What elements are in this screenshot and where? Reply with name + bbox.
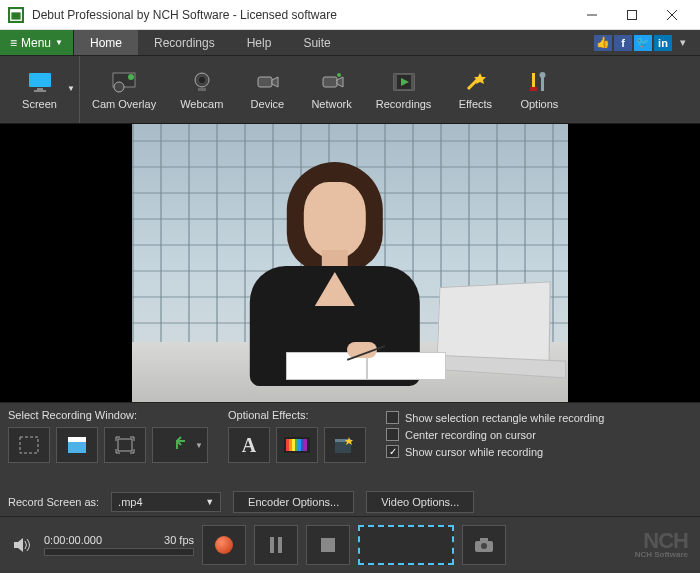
checkbox-icon <box>386 428 399 441</box>
toolbar-label: Recordings <box>376 98 432 110</box>
effects-icon <box>462 70 488 94</box>
recordings-icon <box>391 70 417 94</box>
app-icon <box>8 7 24 23</box>
toolbar-label: Network <box>311 98 351 110</box>
svg-point-19 <box>337 73 341 77</box>
pause-button[interactable] <box>254 525 298 565</box>
svg-marker-18 <box>337 77 343 87</box>
svg-rect-46 <box>270 537 274 553</box>
toolbar-recordings[interactable]: Recordings <box>364 56 444 123</box>
check-label: Show cursor while recording <box>405 446 543 458</box>
screen-icon <box>27 70 53 94</box>
check-show-cursor[interactable]: ✓ Show cursor while recording <box>386 445 604 458</box>
svg-point-13 <box>199 77 205 83</box>
check-label: Center recording on cursor <box>405 429 536 441</box>
svg-point-29 <box>540 72 546 78</box>
toolbar-cam-overlay[interactable]: Cam Overlay <box>80 56 168 123</box>
twitter-icon[interactable]: 🐦 <box>634 35 652 51</box>
toolbar-options[interactable]: Options <box>507 56 571 123</box>
options-icon <box>526 70 552 94</box>
svg-rect-47 <box>278 537 282 553</box>
svg-point-51 <box>481 543 487 549</box>
tab-home[interactable]: Home <box>74 30 138 55</box>
check-label: Show selection rectangle while recording <box>405 412 604 424</box>
svg-rect-39 <box>298 439 301 451</box>
svg-rect-22 <box>411 74 414 90</box>
toolbar-label: Screen <box>22 98 57 110</box>
window-title: Debut Professional by NCH Software - Lic… <box>32 8 572 22</box>
checkbox-icon <box>386 411 399 424</box>
video-effects-button[interactable] <box>324 427 366 463</box>
encoder-options-button[interactable]: Encoder Options... <box>233 491 354 513</box>
select-application-button[interactable]: ▼ <box>152 427 208 463</box>
svg-rect-15 <box>258 77 272 87</box>
menu-button[interactable]: ≡Menu▼ <box>0 30 74 55</box>
fps-label: 30 fps <box>164 534 194 546</box>
close-button[interactable] <box>652 1 692 29</box>
text-overlay-button[interactable]: A <box>228 427 270 463</box>
svg-marker-45 <box>14 538 23 552</box>
preview-area <box>0 124 700 402</box>
color-adjust-button[interactable] <box>276 427 318 463</box>
svg-rect-50 <box>480 538 488 542</box>
toolbar-label: Device <box>251 98 285 110</box>
svg-rect-17 <box>323 77 337 87</box>
svg-rect-8 <box>34 90 46 92</box>
device-icon <box>254 70 280 94</box>
toolbar-effects[interactable]: Effects <box>443 56 507 123</box>
speaker-button[interactable] <box>8 531 36 559</box>
svg-rect-30 <box>20 437 38 453</box>
elapsed-time: 0:00:00.000 <box>44 534 102 546</box>
checkbox-panel: Show selection rectangle while recording… <box>386 409 604 482</box>
settings-panels: Select Recording Window: ▼ Optional Effe… <box>0 402 700 488</box>
minimize-button[interactable] <box>572 1 612 29</box>
webcam-icon <box>189 70 215 94</box>
record-format-row: Record Screen as: .mp4 ▼ Encoder Options… <box>0 488 700 516</box>
check-show-selection[interactable]: Show selection rectangle while recording <box>386 411 604 424</box>
svg-point-11 <box>128 74 134 80</box>
preview-video-frame <box>132 124 568 402</box>
toolbar-screen[interactable]: Screen ▼ <box>0 56 80 123</box>
checkbox-icon: ✓ <box>386 445 399 458</box>
stop-button[interactable] <box>306 525 350 565</box>
format-select[interactable]: .mp4 ▼ <box>111 492 221 512</box>
tab-suite[interactable]: Suite <box>287 30 346 55</box>
maximize-button[interactable] <box>612 1 652 29</box>
toolbar: Screen ▼ Cam Overlay Webcam Device Netwo… <box>0 56 700 124</box>
svg-rect-48 <box>321 538 335 552</box>
svg-rect-6 <box>29 73 51 87</box>
capture-region-button[interactable] <box>358 525 454 565</box>
toolbar-webcam[interactable]: Webcam <box>168 56 235 123</box>
select-fullscreen-button[interactable] <box>104 427 146 463</box>
window-buttons <box>572 1 692 29</box>
svg-rect-38 <box>295 439 298 451</box>
effects-panel: Optional Effects: A <box>228 409 366 482</box>
select-window-label: Select Recording Window: <box>8 409 208 421</box>
record-button[interactable] <box>202 525 246 565</box>
linkedin-icon[interactable]: in <box>654 35 672 51</box>
svg-rect-21 <box>394 74 397 90</box>
menu-row: ≡Menu▼ Home Recordings Help Suite 👍 f 🐦 … <box>0 30 700 56</box>
toolbar-label: Webcam <box>180 98 223 110</box>
screenshot-button[interactable] <box>462 525 506 565</box>
tab-recordings[interactable]: Recordings <box>138 30 231 55</box>
social-icons: 👍 f 🐦 in ▾ <box>594 30 700 55</box>
record-as-label: Record Screen as: <box>8 496 99 508</box>
select-window-panel: Select Recording Window: ▼ <box>8 409 208 482</box>
video-options-button[interactable]: Video Options... <box>366 491 474 513</box>
tab-help[interactable]: Help <box>231 30 288 55</box>
select-window-button[interactable] <box>56 427 98 463</box>
thumbs-up-icon[interactable]: 👍 <box>594 35 612 51</box>
svg-rect-37 <box>292 439 295 451</box>
chevron-down-icon[interactable]: ▾ <box>674 35 692 51</box>
toolbar-network[interactable]: Network <box>299 56 363 123</box>
check-center-cursor[interactable]: Center recording on cursor <box>386 428 604 441</box>
facebook-icon[interactable]: f <box>614 35 632 51</box>
svg-rect-28 <box>541 77 544 91</box>
toolbar-device[interactable]: Device <box>235 56 299 123</box>
nch-logo: NCH NCH Software <box>635 531 692 558</box>
progress-bar[interactable] <box>44 548 194 556</box>
titlebar: Debut Professional by NCH Software - Lic… <box>0 0 700 30</box>
select-region-button[interactable] <box>8 427 50 463</box>
effects-label: Optional Effects: <box>228 409 366 421</box>
